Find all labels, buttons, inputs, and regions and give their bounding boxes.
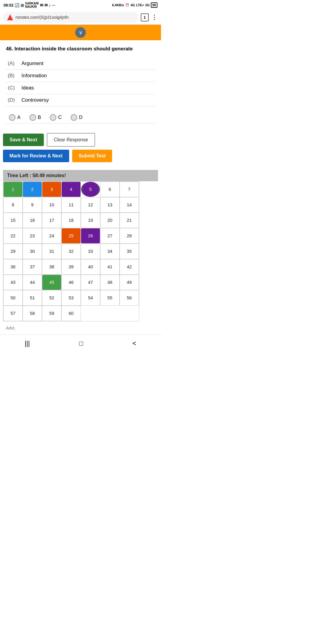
question-body: Interaction inside the classroom should … xyxy=(14,46,133,52)
grid-cell-35[interactable]: 35 xyxy=(120,244,139,259)
mark-review-button[interactable]: Mark for Review & Next xyxy=(3,150,69,162)
option-b-text: Information xyxy=(21,73,47,79)
grid-cell-57[interactable]: 57 xyxy=(3,306,23,321)
network-speed: 6.4KB/s xyxy=(112,3,124,7)
grid-cell-41[interactable]: 41 xyxy=(100,259,120,275)
grid-cell-53[interactable]: 53 xyxy=(61,290,81,306)
grid-cell-6[interactable]: 6 xyxy=(100,182,120,197)
grid-cell-58[interactable]: 58 xyxy=(23,306,42,321)
grid-cell-33[interactable]: 33 xyxy=(81,244,100,259)
grid-cell-26[interactable]: 26 xyxy=(81,228,100,244)
grid-cell-39[interactable]: 39 xyxy=(61,259,81,275)
grid-cell-23[interactable]: 23 xyxy=(23,228,42,244)
grid-cell-56[interactable]: 56 xyxy=(120,290,139,306)
grid-cell-32[interactable]: 32 xyxy=(61,244,81,259)
mail2-icon: ✉ xyxy=(44,3,48,7)
dots-icon: ··· xyxy=(52,3,55,7)
grid-cell-34[interactable]: 34 xyxy=(100,244,120,259)
option-b-letter: (B) xyxy=(8,73,17,79)
grid-cell-3[interactable]: 3 xyxy=(42,182,61,197)
grid-cell-43[interactable]: 43 xyxy=(3,275,23,290)
grid-cell-22[interactable]: 22 xyxy=(3,228,23,244)
radio-d[interactable]: D xyxy=(71,114,83,121)
grid-cell-50[interactable]: 50 xyxy=(3,290,23,306)
option-d[interactable]: (D) Controversy xyxy=(6,94,155,106)
clear-response-button[interactable]: Clear Response xyxy=(47,133,95,147)
grid-row: 22232425262728 xyxy=(3,228,139,244)
grid-cell-29[interactable]: 29 xyxy=(3,244,23,259)
option-a[interactable]: (A) Argument xyxy=(6,58,155,70)
alarm-icon: ⏰ xyxy=(125,3,129,7)
grid-cell-24[interactable]: 24 xyxy=(42,228,61,244)
grid-cell-5[interactable]: 5 xyxy=(81,182,100,197)
grid-cell-2[interactable]: 2 xyxy=(23,182,42,197)
collapse-chevron[interactable]: ∨ xyxy=(75,27,86,38)
grid-cell-18[interactable]: 18 xyxy=(61,213,81,228)
grid-cell-20[interactable]: 20 xyxy=(100,213,120,228)
radio-b-label: B xyxy=(38,115,41,120)
grid-cell-37[interactable]: 37 xyxy=(23,259,42,275)
option-c[interactable]: (C) Ideas xyxy=(6,82,155,94)
grid-cell-47[interactable]: 47 xyxy=(81,275,100,290)
grid-cell-25[interactable]: 25 xyxy=(61,228,81,244)
url-bar[interactable]: rsnotes.com/(S(p31xoig4jnfn xyxy=(3,12,138,23)
grid-cell-48[interactable]: 48 xyxy=(100,275,120,290)
grid-cell-52[interactable]: 52 xyxy=(42,290,61,306)
grid-cell-11[interactable]: 11 xyxy=(61,197,81,213)
grid-cell-8[interactable]: 8 xyxy=(3,197,23,213)
grid-row: 50515253545556 xyxy=(3,290,139,306)
submit-test-button[interactable]: Submit Test xyxy=(72,150,112,162)
save-next-button[interactable]: Save & Next xyxy=(3,134,44,146)
grid-cell-14[interactable]: 14 xyxy=(120,197,139,213)
radio-a[interactable]: A xyxy=(9,114,21,121)
option-b[interactable]: (B) Information xyxy=(6,70,155,82)
grid-cell-7[interactable]: 7 xyxy=(120,182,139,197)
mail-icon: ✉ xyxy=(40,3,43,7)
nav-back-button[interactable]: < xyxy=(128,338,141,349)
grid-cell-1[interactable]: 1 xyxy=(3,182,23,197)
btn-row-2: Mark for Review & Next Submit Test xyxy=(3,150,158,162)
option-d-letter: (D) xyxy=(8,97,17,103)
radio-c-circle xyxy=(50,114,56,121)
bottom-nav: ||| □ < xyxy=(0,335,161,351)
grid-cell-9[interactable]: 9 xyxy=(23,197,42,213)
grid-cell-13[interactable]: 13 xyxy=(100,197,120,213)
nav-home-button[interactable]: □ xyxy=(75,338,88,349)
grid-cell-51[interactable]: 51 xyxy=(23,290,42,306)
grid-cell-49[interactable]: 49 xyxy=(120,275,139,290)
grid-row: 57585960 xyxy=(3,306,139,321)
tab-count-button[interactable]: 1 xyxy=(141,13,149,21)
grid-cell-45[interactable]: 45 xyxy=(42,275,61,290)
browser-menu-icon[interactable]: ⋮ xyxy=(151,13,158,21)
browser-bar: rsnotes.com/(S(p31xoig4jnfn 1 ⋮ xyxy=(0,10,161,25)
grid-cell-15[interactable]: 15 xyxy=(3,213,23,228)
url-text: rsnotes.com/(S(p31xoig4jnfn xyxy=(16,15,69,20)
radio-c[interactable]: C xyxy=(50,114,62,121)
grid-cell-21[interactable]: 21 xyxy=(120,213,139,228)
grid-cell-31[interactable]: 31 xyxy=(42,244,61,259)
grid-row: 1234567 xyxy=(3,182,139,197)
grid-cell-4[interactable]: 4 xyxy=(61,182,81,197)
grid-cell-27[interactable]: 27 xyxy=(100,228,120,244)
grid-cell-38[interactable]: 38 xyxy=(42,259,61,275)
grid-cell-44[interactable]: 44 xyxy=(23,275,42,290)
grid-cell-54[interactable]: 54 xyxy=(81,290,100,306)
radio-b[interactable]: B xyxy=(30,114,41,121)
grid-cell-16[interactable]: 16 xyxy=(23,213,42,228)
grid-cell-55[interactable]: 55 xyxy=(100,290,120,306)
grid-cell-46[interactable]: 46 xyxy=(61,275,81,290)
grid-cell-19[interactable]: 19 xyxy=(81,213,100,228)
grid-cell-28[interactable]: 28 xyxy=(120,228,139,244)
grid-cell-17[interactable]: 17 xyxy=(42,213,61,228)
grid-cell-59[interactable]: 59 xyxy=(42,306,61,321)
grid-cell-60[interactable]: 60 xyxy=(61,306,81,321)
grid-cell-36[interactable]: 36 xyxy=(3,259,23,275)
action-buttons-section: Save & Next Clear Response Mark for Revi… xyxy=(0,128,161,167)
grid-cell-40[interactable]: 40 xyxy=(81,259,100,275)
grid-cell-30[interactable]: 30 xyxy=(23,244,42,259)
grid-row: 43444546474849 xyxy=(3,275,139,290)
grid-cell-42[interactable]: 42 xyxy=(120,259,139,275)
grid-cell-10[interactable]: 10 xyxy=(42,197,61,213)
nav-menu-button[interactable]: ||| xyxy=(20,338,35,349)
grid-cell-12[interactable]: 12 xyxy=(81,197,100,213)
